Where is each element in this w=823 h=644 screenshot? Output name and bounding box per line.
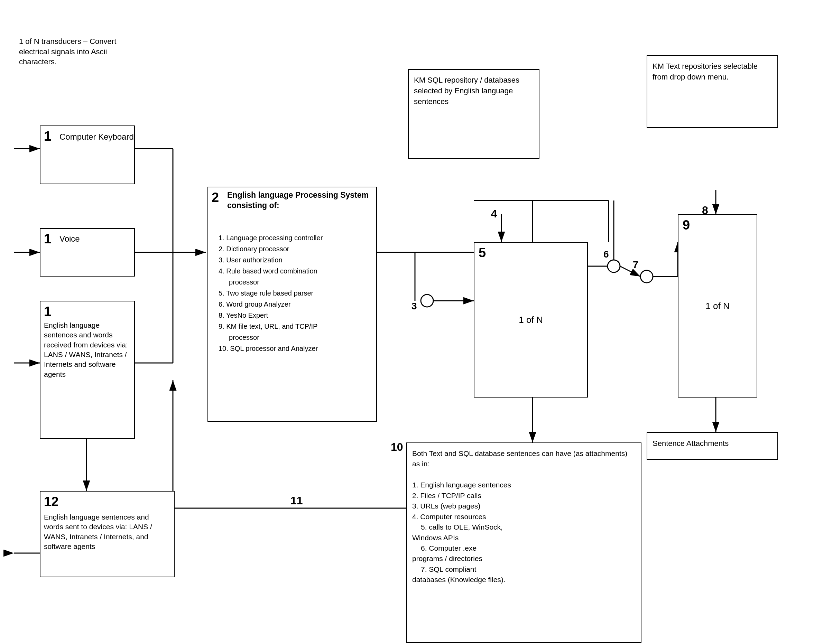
box-12: 12 English language sentences and words … [40,491,175,577]
box-keyboard-label: Computer Keyboard [60,131,134,142]
box10-title: Both Text and SQL database sentences can… [412,448,635,469]
box10-item7: programs / directories [412,554,635,564]
proc-item-4: 4. Rule based word combination [218,265,374,276]
box-voice-num: 1 [44,232,51,247]
proc-item-8: 9. KM file text, URL, and TCP/IP [218,321,374,332]
box-english-sentences: 1 English language sentences and words r… [40,301,135,439]
box10-item5: 5. calls to OLE, WinSock, [412,522,635,532]
proc-item-5: 5. Two stage rule based parser [218,288,374,299]
svg-point-18 [608,260,620,272]
label-10: 10 [391,441,403,454]
box5-label: 1 of N [519,314,542,325]
label-3: 3 [412,301,417,312]
box5-num: 5 [479,245,486,260]
box12-label: English language sentences and words sen… [44,512,170,551]
box-9: 9 1 of N [678,214,757,397]
diagram: 1 of N transducers – Convert electrical … [0,0,823,644]
box10-item6b: 6. Computer .exe [412,543,635,554]
box-english-num: 1 [44,304,51,319]
box-proc-title: English language Processing System consi… [227,190,372,211]
proc-item-6: 6. Word group Analyzer [218,299,374,310]
box10-content: Both Text and SQL database sentences can… [412,448,635,585]
box9-label: 1 of N [705,301,729,311]
box-km-sql: KM SQL repository / databases selected b… [408,69,539,159]
km-text-label: KM Text repositories selectable from dro… [653,61,774,83]
box-proc-num: 2 [212,190,219,205]
box10-item8: databases (Knowledge files). [412,575,635,585]
svg-point-14 [421,294,433,307]
box-voice: 1 Voice [40,228,135,276]
box-sentence-attachments: Sentence Attachments [646,432,778,460]
sentence-attachments-label: Sentence Attachments [653,439,729,448]
box12-num: 12 [44,494,58,509]
box9-num: 9 [683,218,690,233]
box-proc-items: 1. Language processing controller 2. Dic… [218,232,374,354]
proc-item-4b: processor [218,276,374,288]
proc-item-7: 8. YesNo Expert [218,310,374,321]
box-km-text: KM Text repositories selectable from dro… [646,55,778,128]
transducer-annotation: 1 of N transducers – Convert electrical … [19,36,130,67]
box10-item3: 3. URLs (web pages) [412,501,635,511]
label-7: 7 [633,259,638,270]
label-11: 11 [290,494,303,507]
box-10: Both Text and SQL database sentences can… [406,443,642,643]
proc-item-9: 10. SQL processor and Analyzer [218,343,374,354]
km-sql-label: KM SQL repository / databases selected b… [414,75,535,107]
proc-item-3: 3. User authorization [218,255,374,265]
box-voice-label: Voice [60,234,80,244]
box-5: 5 1 of N [474,242,588,397]
box10-item6: Windows APIs [412,533,635,543]
proc-item-2: 2. Dictionary processor [218,243,374,255]
svg-point-20 [640,270,653,283]
box-english-label: English language sentences and words rec… [44,320,134,379]
box-keyboard: 1 Computer Keyboard [40,126,135,184]
proc-item-1: 1. Language processing controller [218,232,374,243]
proc-item-8b: processor [218,332,374,343]
box10-item7b: 7. SQL compliant [412,564,635,575]
box-processing-system: 2 English language Processing System con… [207,187,377,422]
box10-item2: 2. Files / TCP/IP calls [412,491,635,501]
label-6: 6 [603,249,609,260]
label-4: 4 [491,207,497,220]
box10-item4: 4. Computer resources [412,512,635,522]
box-keyboard-num: 1 [44,129,51,144]
box10-item1: 1. English language sentences [412,480,635,490]
